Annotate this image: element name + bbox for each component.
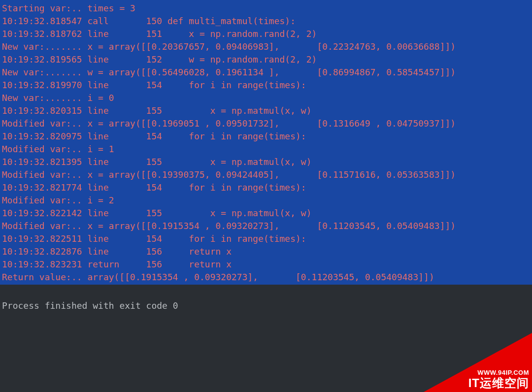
trace-line: New var:....... w = array([[0.56496028, …	[2, 66, 530, 79]
watermark-text: WWW.94IP.COM IT运维空间	[468, 369, 529, 390]
process-exit-status: Process finished with exit code 0	[2, 299, 530, 312]
trace-line: 10:19:32.822876 line 156 return x	[2, 245, 530, 258]
trace-line: New var:....... i = 0	[2, 92, 530, 104]
trace-line: 10:19:32.821774 line 154 for i in range(…	[2, 181, 530, 194]
trace-line: 10:19:32.818547 call 150 def multi_matmu…	[2, 15, 530, 28]
trace-line: New var:....... x = array([[0.20367657, …	[2, 40, 530, 53]
trace-line: Modified var:.. x = array([[0.1915354 , …	[2, 220, 530, 232]
trace-line: 10:19:32.819970 line 154 for i in range(…	[2, 79, 530, 92]
trace-line: Return value:.. array([[0.1915354 , 0.09…	[2, 271, 530, 284]
watermark-label: IT运维空间	[468, 376, 529, 390]
trace-line: 10:19:32.820315 line 155 x = np.matmul(x…	[2, 104, 530, 117]
trace-line: Modified var:.. i = 1	[2, 143, 530, 156]
watermark-triangle	[424, 333, 532, 392]
trace-line: Modified var:.. x = array([[0.19390375, …	[2, 168, 530, 181]
trace-line: Modified var:.. i = 2	[2, 194, 530, 207]
trace-line: 10:19:32.821395 line 155 x = np.matmul(x…	[2, 156, 530, 168]
trace-line: 10:19:32.822511 line 154 for i in range(…	[2, 232, 530, 245]
watermark-url: WWW.94IP.COM	[468, 369, 529, 376]
status-area: Process finished with exit code 0	[0, 285, 532, 312]
trace-line: 10:19:32.819565 line 152 w = np.random.r…	[2, 53, 530, 66]
trace-line: 10:19:32.820975 line 154 for i in range(…	[2, 130, 530, 143]
trace-line: Starting var:.. times = 3	[2, 2, 530, 15]
trace-line: 10:19:32.818762 line 151 x = np.random.r…	[2, 28, 530, 40]
trace-line: Modified var:.. x = array([[0.1969051 , …	[2, 117, 530, 130]
trace-output-area: Starting var:.. times = 310:19:32.818547…	[0, 0, 532, 285]
trace-line: 10:19:32.823231 return 156 return x	[2, 258, 530, 271]
trace-line: 10:19:32.822142 line 155 x = np.matmul(x…	[2, 207, 530, 220]
